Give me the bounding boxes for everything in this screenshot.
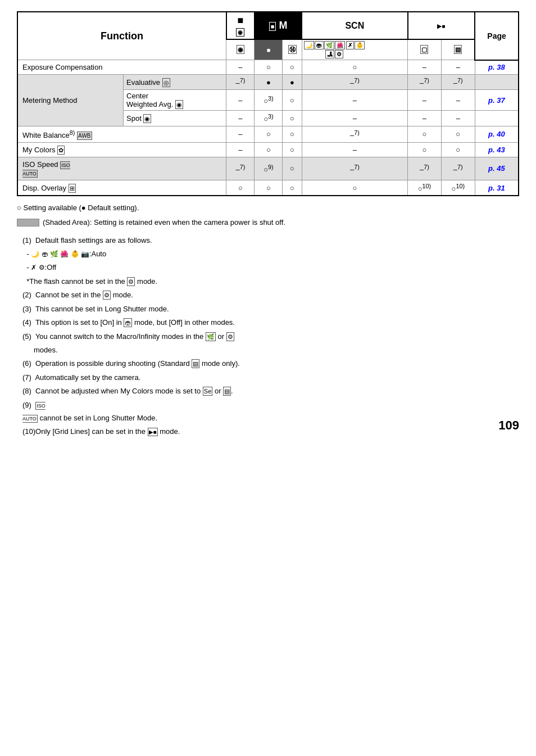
cell-iso-v2: –7) xyxy=(441,157,475,180)
row-my-colors: My Colors ✿ – ○ ○ – ○ ○ p. 43 xyxy=(17,142,519,157)
cell-ev-auto: –7) xyxy=(226,75,255,90)
cell-iso-scn: –7) xyxy=(302,157,407,180)
cell-ec-m1: ○ xyxy=(255,60,283,75)
page-mc: p. 43 xyxy=(475,142,519,157)
cell-mc-v1: ○ xyxy=(408,142,442,157)
row-white-balance: White Balance8) AWB – ○ ○ –7) ○ ○ p. 40 xyxy=(17,126,519,142)
cell-mc-auto: – xyxy=(226,142,255,157)
page-do: p. 31 xyxy=(475,180,519,196)
header-auto-icon: ■ ◉ xyxy=(226,12,255,39)
label-disp-overlay: Disp. Overlay ⊞ xyxy=(17,180,226,196)
note-1b: - ✗ ⚙:Off xyxy=(17,261,519,274)
header-m-group: ■ M xyxy=(255,12,302,39)
cell-ev-scn: –7) xyxy=(302,75,407,90)
cell-cw-m2: ○ xyxy=(283,90,302,111)
header-auto-sub: ◉ xyxy=(226,39,255,60)
header-v1-sub: ▢ xyxy=(408,39,442,60)
note-1: (1) Default flash settings are as follow… xyxy=(17,234,519,247)
header-scn-group: SCN xyxy=(302,12,407,39)
label-center-weighted: CenterWeighted Avg. ◉ xyxy=(124,90,226,111)
cell-ev-m2: ● xyxy=(283,75,302,90)
cell-ec-v2: – xyxy=(441,60,475,75)
cell-cw-v1: – xyxy=(408,90,442,111)
function-table: Function ■ ◉ ■ M SCN ▶■ xyxy=(17,11,519,196)
cell-wb-m2: ○ xyxy=(283,126,302,142)
note-5b: modes. xyxy=(17,343,519,356)
header-page: Page xyxy=(475,12,519,60)
legend-shaded: (Shaded Area): Setting is retained even … xyxy=(17,216,519,229)
cell-wb-v1: ○ xyxy=(408,126,442,142)
header-v2-sub: ▤ xyxy=(441,39,475,60)
cell-ec-auto: – xyxy=(226,60,255,75)
cell-do-auto: ○ xyxy=(226,180,255,196)
cell-do-m1: ○ xyxy=(255,180,283,196)
cell-sp-v2: – xyxy=(441,111,475,126)
note-1c: *The flash cannot be set in the ⚙ mode. xyxy=(17,275,519,288)
cell-sp-scn: – xyxy=(302,111,407,126)
note-6: (6) Operation is possible during shootin… xyxy=(17,357,519,370)
cell-ev-v2: –7) xyxy=(441,75,475,90)
numbered-notes: (1) Default flash settings are as follow… xyxy=(17,234,519,438)
page-iso: p. 45 xyxy=(475,157,519,180)
cell-sp-m2: ○ xyxy=(283,111,302,126)
cell-sp-m1: ○3) xyxy=(255,111,283,126)
label-metering-method: Metering Method xyxy=(17,75,124,126)
cell-do-v1: ○10) xyxy=(408,180,442,196)
cell-ec-scn: ○ xyxy=(302,60,407,75)
cell-ev-v1: –7) xyxy=(408,75,442,90)
header-video-group: ▶■ xyxy=(408,12,475,39)
header-row-modes: Function ■ ◉ ■ M SCN ▶■ xyxy=(17,12,519,39)
label-iso-speed: ISO Speed ISOAUTO xyxy=(17,157,226,180)
note-9: (9) ISOAUTO cannot be set in Long Shutte… xyxy=(17,399,519,425)
page-evaluative xyxy=(475,75,519,90)
note-1a: - 🌙 🏟 🌿 🌺 👶 📷:Auto xyxy=(17,247,519,261)
cell-ec-v1: – xyxy=(408,60,442,75)
cell-wb-m1: ○ xyxy=(255,126,283,142)
note-2: (2) Cannot be set in the ⚙ mode. xyxy=(17,288,519,301)
legend-shaded-text: (Shaded Area): Setting is retained even … xyxy=(43,216,285,229)
legend-section: ○ Setting available (● Default setting).… xyxy=(17,202,519,229)
header-m1-sub: ■ xyxy=(255,39,283,60)
cell-do-v2: ○10) xyxy=(441,180,475,196)
cell-iso-v1: –7) xyxy=(408,157,442,180)
cell-iso-m1: ○9) xyxy=(255,157,283,180)
cell-mc-scn: – xyxy=(302,142,407,157)
cell-cw-scn: – xyxy=(302,90,407,111)
note-3: (3) This cannot be set in Long Shutter m… xyxy=(17,302,519,315)
cell-mc-m2: ○ xyxy=(283,142,302,157)
cell-wb-scn: –7) xyxy=(302,126,407,142)
row-iso-speed: ISO Speed ISOAUTO –7) ○9) ○ –7) –7) –7) … xyxy=(17,157,519,180)
header-m2-sub: ⑭ xyxy=(283,39,302,60)
cell-wb-auto: – xyxy=(226,126,255,142)
row-exposure-compensation: Exposure Compensation – ○ ○ ○ – – p. 38 xyxy=(17,60,519,75)
cell-cw-v2: – xyxy=(441,90,475,111)
label-exposure-compensation: Exposure Compensation xyxy=(17,60,226,75)
page-center-weighted: p. 37 xyxy=(475,90,519,111)
cell-sp-v1: – xyxy=(408,111,442,126)
cell-cw-m1: ○3) xyxy=(255,90,283,111)
cell-wb-v2: ○ xyxy=(441,126,475,142)
cell-iso-auto: –7) xyxy=(226,157,255,180)
page-ec: p. 38 xyxy=(475,60,519,75)
note-7: (7) Automatically set by the camera. xyxy=(17,371,519,384)
row-metering-evaluative: Metering Method Evaluative ◎ –7) ● ● –7)… xyxy=(17,75,519,90)
label-spot: Spot ◉ xyxy=(124,111,226,126)
note-8: (8) Cannot be adjusted when My Colors mo… xyxy=(17,384,519,397)
row-disp-overlay: Disp. Overlay ⊞ ○ ○ ○ ○ ○10) ○10) p. 31 xyxy=(17,180,519,196)
header-scn-sub: 🌙 🏟 🌿 🌺 ✗ 👶 🏞 ⚙ xyxy=(302,39,407,60)
note-4: (4) This option is set to [On] in 🏟 mode… xyxy=(17,316,519,329)
cell-sp-auto: – xyxy=(226,111,255,126)
cell-do-scn: ○ xyxy=(302,180,407,196)
cell-do-m2: ○ xyxy=(283,180,302,196)
shaded-box-icon xyxy=(17,219,39,227)
function-title: Function xyxy=(101,30,143,42)
page-number: 109 xyxy=(498,418,519,433)
cell-cw-auto: – xyxy=(226,90,255,111)
page-spot xyxy=(475,111,519,126)
note-5: (5) You cannot switch to the Macro/Infin… xyxy=(17,330,519,343)
page-container: Function ■ ◉ ■ M SCN ▶■ xyxy=(17,11,519,438)
cell-mc-m1: ○ xyxy=(255,142,283,157)
label-my-colors: My Colors ✿ xyxy=(17,142,226,157)
label-evaluative: Evaluative ◎ xyxy=(124,75,226,90)
function-header: Function xyxy=(17,12,226,60)
